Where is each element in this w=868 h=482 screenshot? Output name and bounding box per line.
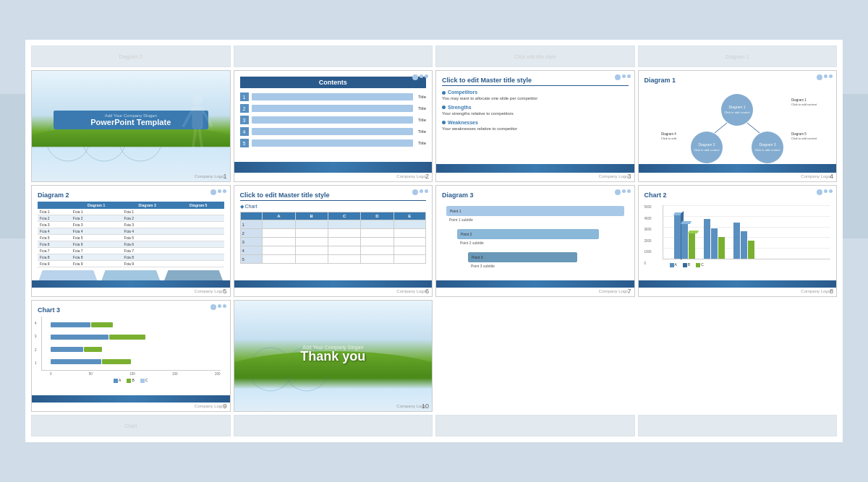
slide8-title: Chart 2: [644, 191, 831, 199]
diag3-item3-sub: Point 3 subtitle: [468, 264, 624, 268]
slide-2[interactable]: Contents 1Title 2Title 3Title 4Title 5Ti…: [234, 70, 433, 182]
ghost-slide-4: Diagram 1: [638, 46, 838, 67]
contents-num-2: 2: [240, 104, 249, 113]
slide3-s3-text: Your weaknesses relative to competitor: [442, 126, 629, 132]
slide9-number: 9: [223, 403, 226, 410]
diag3-item2-sub: Point 2 subtitle: [457, 241, 624, 245]
ghost-bottom-2: [234, 415, 433, 436]
slide5-footer: Company Logo: [195, 289, 224, 293]
svg-text:Diagram 5: Diagram 5: [791, 132, 807, 136]
ghost-slide-2: [234, 46, 433, 67]
svg-line-8: [199, 129, 202, 149]
slide-5[interactable]: Diagram 2 Diagram 1 Diagram 3 Diagram 5 …: [31, 185, 231, 297]
slide4-footer: Company Logo: [801, 174, 830, 178]
svg-text:Diagram 1: Diagram 1: [791, 98, 807, 102]
svg-text:Click to add content: Click to add content: [755, 148, 781, 152]
contents-num-5: 5: [240, 139, 249, 147]
slides-grid: Add Your Company Slogan PowerPoint Templ…: [31, 70, 837, 412]
slide3-footer: Company Logo: [599, 174, 629, 178]
diag3-item3: Point 3: [472, 255, 483, 259]
slide10-title: Thank you: [300, 348, 365, 363]
slide7-number: 7: [627, 288, 631, 295]
diag3-item1: Point 1: [450, 209, 461, 213]
svg-line-19: [747, 123, 760, 133]
slide8-number: 8: [830, 288, 833, 295]
diag3-item2: Point 2: [461, 232, 472, 236]
slide-3[interactable]: Click to edit Master title style Competi…: [435, 70, 635, 182]
ghost-bottom-4: [638, 415, 838, 436]
slide-1[interactable]: Add Your Company Slogan PowerPoint Templ…: [31, 70, 231, 182]
slide6-number: 6: [425, 288, 429, 295]
slide5-title: Diagram 2: [38, 191, 224, 199]
main-container: Diagram 2 Click edit title style Diagram…: [0, 0, 868, 482]
svg-point-15: [752, 132, 783, 163]
ghost-bottom-row: Chart: [31, 415, 837, 436]
slide1-footer: Company Logo: [195, 174, 224, 178]
svg-text:Diagram 1: Diagram 1: [729, 105, 746, 109]
contents-num-1: 1: [240, 92, 249, 101]
slide5-table: Diagram 1 Diagram 3 Diagram 5 Fcia 1Fcia…: [38, 202, 224, 267]
svg-point-9: [721, 94, 753, 126]
slide-9[interactable]: Chart 3 4321: [31, 300, 231, 412]
slide10-number: 10: [422, 403, 429, 410]
svg-line-18: [715, 123, 727, 133]
svg-text:Click to add content: Click to add content: [694, 148, 720, 152]
svg-line-7: [192, 129, 195, 149]
svg-text:Click to add content: Click to add content: [791, 103, 817, 106]
contents-item-5: Title: [418, 141, 426, 145]
contents-item-2: Title: [418, 106, 426, 111]
slide9-footer: Company Logo: [195, 404, 224, 408]
slide3-s2-text: Your strengths relative to competitors: [442, 111, 629, 117]
svg-text:Diagram 3: Diagram 3: [760, 142, 776, 147]
slide3-number: 3: [627, 173, 631, 180]
slide-8[interactable]: Chart 2 500040003000200010000: [638, 185, 838, 297]
diag3-item1-sub: Point 1 subtitle: [446, 218, 624, 222]
slide3-s2: Strengths: [448, 105, 472, 110]
slide6-chart-label: Chart: [244, 204, 257, 209]
contents-item-1: Title: [418, 95, 426, 99]
slide-7[interactable]: Diagram 3 Point 1 Point 1 subtitle: [435, 185, 635, 297]
slide6-title: Click to edit Master title style: [240, 191, 427, 201]
svg-rect-4: [192, 106, 203, 129]
slide5-number: 5: [223, 288, 226, 295]
slide2-title: Contents: [240, 77, 427, 88]
slide4-number: 4: [830, 173, 833, 180]
slide3-s1-text: You may want to allocate one slide per c…: [442, 96, 629, 102]
slide-6[interactable]: Click to edit Master title style ◆ Chart…: [234, 185, 433, 297]
slides-grid-wrapper: Diagram 2 Click edit title style Diagram…: [25, 40, 843, 442]
diagram1-svg: Diagram 1 Click to add content Diagram 2…: [658, 88, 817, 168]
slide7-title: Diagram 3: [442, 191, 629, 199]
slide6-footer: Company Logo: [396, 289, 426, 293]
slide4-title: Diagram 1: [644, 77, 831, 84]
ghost-top-row: Diagram 2 Click edit title style Diagram…: [31, 46, 837, 67]
slide3-s1: Competitors: [448, 90, 477, 95]
slide6-table: ABCDE 1 2 3 4 5: [240, 212, 427, 264]
slide-4[interactable]: Diagram 1 Diagram 1 Click to add content…: [638, 70, 838, 182]
contents-item-4: Title: [418, 129, 426, 134]
slide7-footer: Company Logo: [599, 289, 629, 293]
svg-text:Click to add content: Click to add content: [725, 111, 751, 114]
svg-text:Diagram 2: Diagram 2: [699, 142, 715, 147]
contents-item-3: Title: [418, 118, 426, 122]
svg-point-3: [192, 95, 203, 106]
slide-10[interactable]: Add Your Company Slogan Thank you Compan…: [234, 300, 433, 412]
svg-line-5: [183, 111, 192, 127]
contents-num-3: 3: [240, 116, 249, 124]
ghost-bottom-1: Chart: [31, 415, 231, 436]
ghost-bottom-3: [435, 415, 635, 436]
slide1-number: 1: [223, 173, 226, 180]
ghost-slide-1: Diagram 2: [31, 46, 231, 67]
slide3-s3: Weaknesses: [448, 120, 478, 125]
slide3-title: Click to edit Master title style: [442, 77, 629, 86]
svg-line-6: [203, 111, 212, 127]
slide2-footer: Company Logo: [396, 174, 426, 178]
svg-text:Diagram 4: Diagram 4: [661, 132, 676, 136]
ghost-slide-3: Click edit title style: [435, 46, 635, 67]
slide9-title: Chart 3: [38, 306, 224, 314]
svg-text:Click to add content: Click to add content: [791, 137, 817, 140]
svg-point-12: [691, 132, 723, 163]
slide2-number: 2: [425, 173, 429, 180]
contents-num-4: 4: [240, 127, 249, 136]
slide8-footer: Company Logo: [801, 289, 830, 293]
svg-text:Click to add: Click to add: [661, 137, 676, 140]
